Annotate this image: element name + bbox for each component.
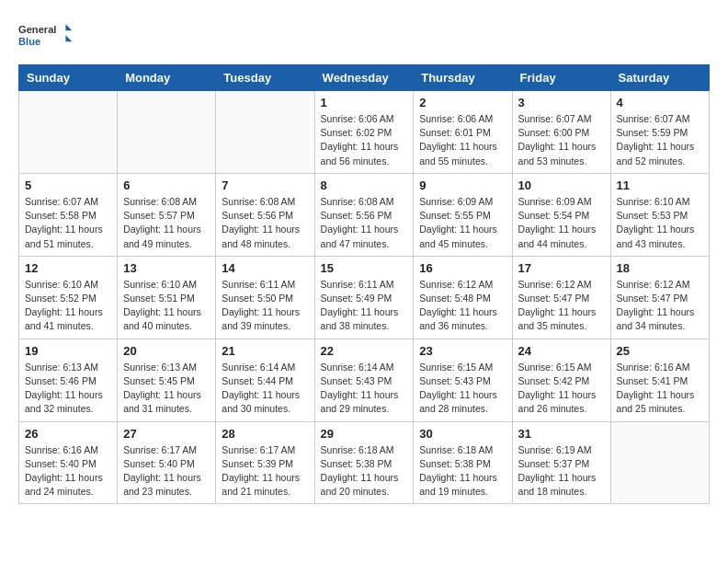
day-info: Sunrise: 6:10 AM Sunset: 5:52 PM Dayligh… (25, 278, 111, 334)
day-number: 29 (321, 427, 408, 441)
calendar-cell: 22Sunrise: 6:14 AM Sunset: 5:43 PM Dayli… (314, 339, 414, 421)
day-number: 15 (321, 261, 408, 275)
day-number: 4 (617, 96, 703, 109)
day-number: 14 (222, 261, 308, 275)
logo: General Blue (18, 18, 74, 55)
day-number: 25 (617, 344, 703, 358)
day-number: 22 (321, 344, 408, 358)
calendar-cell: 16Sunrise: 6:12 AM Sunset: 5:48 PM Dayli… (414, 256, 512, 339)
day-info: Sunrise: 6:08 AM Sunset: 5:56 PM Dayligh… (321, 195, 408, 251)
day-number: 10 (518, 178, 605, 192)
day-number: 8 (321, 178, 408, 192)
day-number: 12 (25, 261, 111, 275)
weekday-header-tuesday: Tuesday (216, 65, 314, 91)
calendar-week-2: 12Sunrise: 6:10 AM Sunset: 5:52 PM Dayli… (19, 256, 710, 339)
calendar-cell: 10Sunrise: 6:09 AM Sunset: 5:54 PM Dayli… (512, 173, 610, 256)
day-number: 2 (419, 96, 506, 109)
day-info: Sunrise: 6:19 AM Sunset: 5:37 PM Dayligh… (518, 443, 605, 500)
day-info: Sunrise: 6:12 AM Sunset: 5:48 PM Dayligh… (419, 278, 506, 334)
day-info: Sunrise: 6:09 AM Sunset: 5:54 PM Dayligh… (518, 195, 605, 251)
day-info: Sunrise: 6:07 AM Sunset: 6:00 PM Dayligh… (518, 112, 605, 168)
day-number: 1 (321, 96, 408, 109)
calendar-week-1: 5Sunrise: 6:07 AM Sunset: 5:58 PM Daylig… (19, 173, 710, 256)
calendar-cell: 30Sunrise: 6:18 AM Sunset: 5:38 PM Dayli… (414, 421, 512, 504)
day-number: 13 (123, 261, 210, 275)
day-number: 19 (25, 344, 111, 358)
day-number: 11 (617, 178, 703, 192)
day-number: 28 (222, 427, 308, 441)
logo-svg: General Blue (18, 18, 74, 55)
day-info: Sunrise: 6:07 AM Sunset: 5:59 PM Dayligh… (617, 112, 703, 168)
day-number: 27 (123, 427, 210, 441)
svg-marker-2 (65, 24, 72, 30)
calendar-cell: 27Sunrise: 6:17 AM Sunset: 5:40 PM Dayli… (118, 421, 216, 504)
calendar-cell: 8Sunrise: 6:08 AM Sunset: 5:56 PM Daylig… (314, 173, 414, 256)
calendar-cell: 20Sunrise: 6:13 AM Sunset: 5:45 PM Dayli… (118, 339, 216, 421)
calendar-cell: 31Sunrise: 6:19 AM Sunset: 5:37 PM Dayli… (512, 421, 610, 504)
day-info: Sunrise: 6:07 AM Sunset: 5:58 PM Dayligh… (25, 195, 111, 251)
calendar-cell: 23Sunrise: 6:15 AM Sunset: 5:43 PM Dayli… (414, 339, 512, 421)
calendar-cell: 21Sunrise: 6:14 AM Sunset: 5:44 PM Dayli… (216, 339, 314, 421)
day-info: Sunrise: 6:14 AM Sunset: 5:43 PM Dayligh… (321, 361, 408, 417)
calendar-cell: 15Sunrise: 6:11 AM Sunset: 5:49 PM Dayli… (314, 256, 414, 339)
calendar-cell: 17Sunrise: 6:12 AM Sunset: 5:47 PM Dayli… (512, 256, 610, 339)
calendar-cell: 24Sunrise: 6:15 AM Sunset: 5:42 PM Dayli… (512, 339, 610, 421)
day-number: 26 (25, 427, 111, 441)
svg-marker-3 (65, 35, 72, 41)
day-info: Sunrise: 6:17 AM Sunset: 5:40 PM Dayligh… (123, 443, 210, 500)
calendar-cell: 12Sunrise: 6:10 AM Sunset: 5:52 PM Dayli… (19, 256, 118, 339)
day-number: 5 (25, 178, 111, 192)
day-info: Sunrise: 6:13 AM Sunset: 5:45 PM Dayligh… (123, 361, 210, 417)
day-info: Sunrise: 6:06 AM Sunset: 6:02 PM Dayligh… (321, 112, 408, 168)
day-number: 24 (518, 344, 605, 358)
day-number: 6 (123, 178, 210, 192)
day-info: Sunrise: 6:17 AM Sunset: 5:39 PM Dayligh… (222, 443, 308, 500)
day-info: Sunrise: 6:10 AM Sunset: 5:51 PM Dayligh… (123, 278, 210, 334)
calendar-cell: 5Sunrise: 6:07 AM Sunset: 5:58 PM Daylig… (19, 173, 118, 256)
calendar: SundayMondayTuesdayWednesdayThursdayFrid… (18, 64, 710, 504)
day-info: Sunrise: 6:12 AM Sunset: 5:47 PM Dayligh… (617, 278, 703, 334)
calendar-cell: 19Sunrise: 6:13 AM Sunset: 5:46 PM Dayli… (19, 339, 118, 421)
calendar-cell: 2Sunrise: 6:06 AM Sunset: 6:01 PM Daylig… (414, 91, 512, 174)
calendar-cell: 6Sunrise: 6:08 AM Sunset: 5:57 PM Daylig… (118, 173, 216, 256)
day-info: Sunrise: 6:18 AM Sunset: 5:38 PM Dayligh… (419, 443, 506, 500)
svg-text:General: General (18, 24, 56, 35)
calendar-week-0: 1Sunrise: 6:06 AM Sunset: 6:02 PM Daylig… (19, 91, 710, 174)
calendar-cell: 1Sunrise: 6:06 AM Sunset: 6:02 PM Daylig… (314, 91, 414, 174)
day-number: 9 (419, 178, 506, 192)
day-number: 18 (617, 261, 703, 275)
day-info: Sunrise: 6:11 AM Sunset: 5:50 PM Dayligh… (222, 278, 308, 334)
calendar-cell: 18Sunrise: 6:12 AM Sunset: 5:47 PM Dayli… (610, 256, 709, 339)
day-number: 31 (518, 427, 605, 441)
day-number: 7 (222, 178, 308, 192)
calendar-cell: 11Sunrise: 6:10 AM Sunset: 5:53 PM Dayli… (610, 173, 709, 256)
header-section: General Blue (18, 18, 710, 55)
day-info: Sunrise: 6:16 AM Sunset: 5:40 PM Dayligh… (25, 443, 111, 500)
day-number: 17 (518, 261, 605, 275)
weekday-header-monday: Monday (118, 65, 216, 91)
day-info: Sunrise: 6:14 AM Sunset: 5:44 PM Dayligh… (222, 361, 308, 417)
calendar-cell: 3Sunrise: 6:07 AM Sunset: 6:00 PM Daylig… (512, 91, 610, 174)
calendar-cell: 28Sunrise: 6:17 AM Sunset: 5:39 PM Dayli… (216, 421, 314, 504)
weekday-header-thursday: Thursday (414, 65, 512, 91)
calendar-cell: 26Sunrise: 6:16 AM Sunset: 5:40 PM Dayli… (19, 421, 118, 504)
calendar-cell: 7Sunrise: 6:08 AM Sunset: 5:56 PM Daylig… (216, 173, 314, 256)
day-number: 21 (222, 344, 308, 358)
calendar-cell: 13Sunrise: 6:10 AM Sunset: 5:51 PM Dayli… (118, 256, 216, 339)
day-info: Sunrise: 6:09 AM Sunset: 5:55 PM Dayligh… (419, 195, 506, 251)
weekday-header-row: SundayMondayTuesdayWednesdayThursdayFrid… (19, 65, 710, 91)
weekday-header-saturday: Saturday (610, 65, 709, 91)
day-info: Sunrise: 6:13 AM Sunset: 5:46 PM Dayligh… (25, 361, 111, 417)
calendar-week-4: 26Sunrise: 6:16 AM Sunset: 5:40 PM Dayli… (19, 421, 710, 504)
day-number: 23 (419, 344, 506, 358)
day-info: Sunrise: 6:08 AM Sunset: 5:56 PM Dayligh… (222, 195, 308, 251)
day-info: Sunrise: 6:10 AM Sunset: 5:53 PM Dayligh… (617, 195, 703, 251)
weekday-header-friday: Friday (512, 65, 610, 91)
svg-text:Blue: Blue (18, 36, 40, 47)
calendar-cell (610, 421, 709, 504)
day-number: 3 (518, 96, 605, 109)
day-info: Sunrise: 6:11 AM Sunset: 5:49 PM Dayligh… (321, 278, 408, 334)
calendar-cell: 29Sunrise: 6:18 AM Sunset: 5:38 PM Dayli… (314, 421, 414, 504)
calendar-cell: 14Sunrise: 6:11 AM Sunset: 5:50 PM Dayli… (216, 256, 314, 339)
day-info: Sunrise: 6:15 AM Sunset: 5:42 PM Dayligh… (518, 361, 605, 417)
